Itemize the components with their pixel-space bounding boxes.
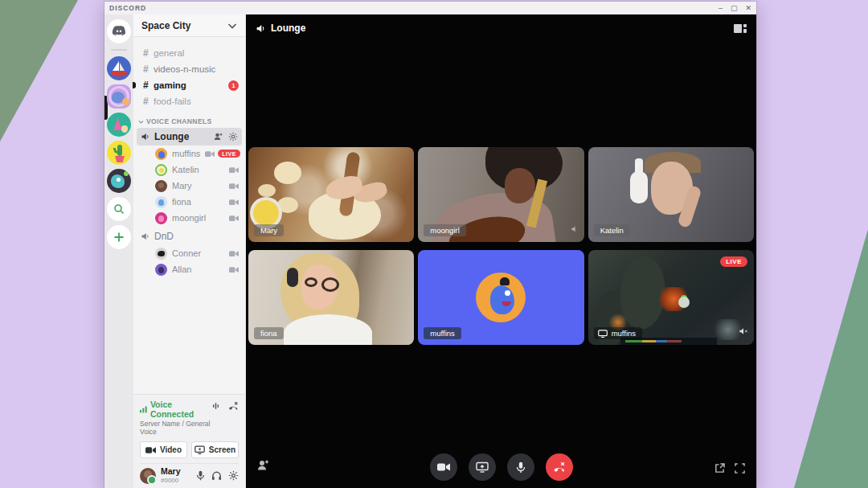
voice-member-fiona[interactable]: fiona (133, 194, 245, 210)
sailboat-icon-sail (120, 63, 125, 71)
screen-share-button[interactable]: Screen (191, 441, 239, 458)
disconnect-button[interactable] (546, 453, 573, 481)
user-discriminator: #0000 (161, 477, 181, 484)
genie-avatar-topknot (500, 277, 510, 285)
voice-member-moongirl[interactable]: moongirl (133, 210, 245, 226)
user-avatar[interactable] (140, 468, 156, 484)
voice-channel-lounge[interactable]: Lounge (137, 128, 242, 146)
channel-general[interactable]: # general (133, 45, 245, 61)
hash-icon: # (143, 47, 154, 59)
discord-window: DISCORD – ▢ ✕ (104, 2, 756, 488)
minimize-button[interactable]: – (719, 5, 723, 12)
disconnect-call-icon[interactable] (227, 401, 239, 411)
participant-nametag: Mary (254, 224, 284, 236)
member-name: fiona (172, 197, 191, 207)
popout-button[interactable] (714, 463, 725, 474)
close-button[interactable]: ✕ (745, 5, 751, 12)
voice-location-label[interactable]: Server Name / General Voice (140, 420, 211, 436)
monster-icon-eye (117, 178, 121, 182)
fullscreen-icon (735, 463, 745, 474)
voice-member-katelin[interactable]: Katelin (133, 162, 245, 178)
channel-label: general (154, 48, 184, 58)
voice-channel-dnd[interactable]: DnD (137, 228, 242, 245)
window-title: DISCORD (109, 4, 146, 12)
camera-on-icon (205, 150, 215, 158)
member-name: moongirl (172, 213, 206, 223)
channel-food-fails[interactable]: # food-fails (133, 93, 245, 109)
video-button[interactable]: Video (140, 441, 187, 458)
rail-divider (111, 49, 127, 51)
discord-home-button[interactable] (107, 19, 131, 43)
pop-out-icon (714, 463, 725, 474)
server-header-dropdown[interactable]: Space City (133, 14, 245, 37)
video-tile-moongirl[interactable]: moongirl (418, 147, 583, 242)
voice-member-mary[interactable]: Mary (133, 178, 245, 194)
channel-videos-n-music[interactable]: # videos-n-music (133, 61, 245, 77)
member-name: muffins (172, 149, 200, 158)
noise-suppression-icon[interactable] (211, 401, 221, 411)
hash-icon: # (143, 96, 154, 107)
video-grid: Mary moongirl (248, 147, 754, 345)
screen-icon (194, 445, 205, 454)
gear-icon[interactable] (228, 470, 239, 481)
cactus-icon-arm (113, 148, 118, 154)
voice-signal-icon (140, 405, 147, 413)
voice-member-allan[interactable]: Allan (133, 261, 245, 277)
mute-microphone-button[interactable] (507, 453, 534, 481)
video-tile-muffins-stream[interactable]: LIVE muffins (588, 250, 754, 345)
video-tile-muffins-avatar[interactable]: muffins (418, 250, 583, 345)
explore-servers-button[interactable] (107, 197, 131, 221)
window-titlebar[interactable]: DISCORD – ▢ ✕ (104, 2, 756, 14)
voice-connected-label: Voice Connected (150, 400, 211, 419)
section-label: VOICE CHANNELS (146, 117, 212, 125)
stream-muted-icon[interactable] (739, 325, 748, 339)
avatar (476, 273, 526, 322)
server-icon-monster-avatar[interactable] (107, 169, 131, 193)
video-tile-fiona[interactable]: fiona (248, 250, 414, 345)
microphone-icon[interactable] (196, 470, 205, 481)
decor-triangle-top-left (0, 0, 78, 141)
voice-member-muffins[interactable]: muffins LIVE (133, 146, 245, 162)
channel-sidebar: Space City # general # videos-n-music # (133, 14, 246, 488)
genie-avatar-icon (490, 285, 514, 314)
server-icon-teal-creature[interactable] (107, 113, 131, 137)
camera-on-icon (229, 266, 239, 273)
invite-to-voice-icon[interactable] (214, 132, 223, 141)
avatar (155, 164, 167, 176)
camera-icon (145, 446, 156, 454)
avatar (155, 212, 167, 224)
video-button-label: Video (160, 445, 182, 454)
channel-label: food-fails (154, 96, 191, 106)
participant-nametag: Katelin (594, 224, 630, 236)
channel-gaming[interactable]: # gaming 1 (133, 77, 245, 93)
video-tile-mary[interactable]: Mary (248, 147, 414, 242)
chevron-down-icon (227, 23, 237, 29)
camera-on-icon (229, 215, 239, 222)
video-tile-katelin[interactable]: Katelin (588, 147, 754, 242)
monster-icon-leaf (124, 171, 129, 176)
gear-icon[interactable] (228, 132, 238, 141)
maximize-button[interactable]: ▢ (731, 5, 738, 12)
camera-icon (437, 462, 450, 472)
headphones-icon[interactable] (211, 470, 222, 481)
fullscreen-button[interactable] (735, 463, 745, 474)
member-name: Conner (172, 248, 201, 258)
live-badge: LIVE (218, 150, 240, 158)
grid-view-icon-cells (743, 24, 747, 33)
share-screen-button[interactable] (469, 453, 496, 481)
server-icon-space-city-selected[interactable] (107, 84, 131, 109)
channel-label: videos-n-music (154, 64, 215, 74)
camera-on-icon (229, 166, 239, 174)
voice-member-conner[interactable]: Conner (133, 245, 245, 261)
video-frame (284, 314, 372, 345)
add-server-button[interactable] (107, 225, 131, 249)
server-icon-sailboat[interactable] (107, 56, 131, 80)
call-controls (246, 453, 756, 481)
grid-view-toggle[interactable] (734, 24, 747, 33)
toggle-camera-button[interactable] (430, 453, 457, 481)
server-icon-cactus[interactable] (107, 141, 131, 165)
server-name: Space City (141, 20, 190, 31)
voice-channels-section-header[interactable]: VOICE CHANNELS (133, 109, 245, 128)
creature-icon-accent (121, 125, 128, 133)
username: Mary (161, 467, 181, 477)
